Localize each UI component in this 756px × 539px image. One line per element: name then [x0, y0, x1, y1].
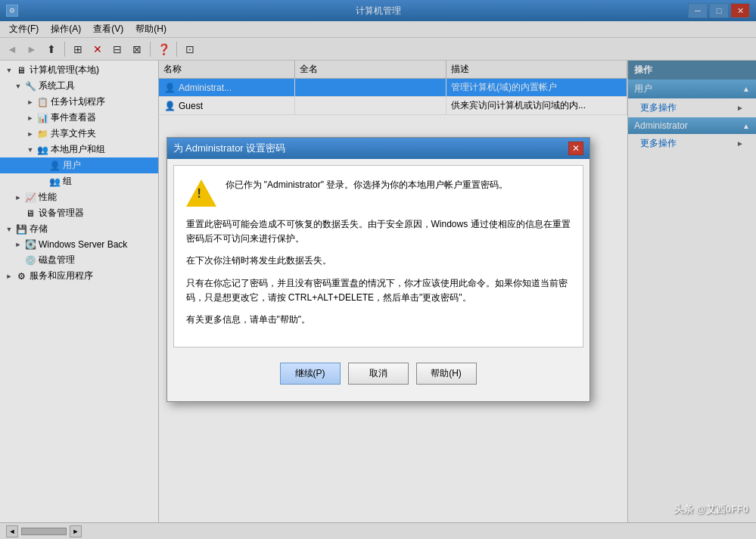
dialog-top: 你已作为 "Administrator" 登录。你选择为你的本地用户帐户重置密码…: [186, 178, 571, 208]
warning-icon: [186, 178, 216, 208]
warning-triangle: [186, 179, 216, 207]
dialog-body: 你已作为 "Administrator" 登录。你选择为你的本地用户帐户重置密码…: [173, 165, 583, 347]
dialog-text-line2: 重置此密码可能会造成不可恢复的数据丢失。由于安全原因，Windows 通过使相应…: [186, 217, 571, 246]
dialog-main-text: 重置此密码可能会造成不可恢复的数据丢失。由于安全原因，Windows 通过使相应…: [186, 217, 571, 327]
set-password-dialog: 为 Administrator 设置密码 ✕ 你已作为 "Administrat…: [166, 137, 590, 402]
continue-button[interactable]: 继续(P): [280, 363, 341, 385]
cancel-button[interactable]: 取消: [348, 363, 409, 385]
dialog-text-line1: 你已作为 "Administrator" 登录。你选择为你的本地用户帐户重置密码…: [226, 178, 509, 192]
help-button[interactable]: 帮助(H): [416, 363, 477, 385]
dialog-line1: 你已作为 "Administrator" 登录。你选择为你的本地用户帐户重置密码…: [226, 178, 509, 208]
dialog-buttons: 继续(P) 取消 帮助(H): [167, 354, 590, 397]
dialog-close-button[interactable]: ✕: [568, 142, 583, 155]
dialog-text-line4: 只有在你忘记了密码，并且没有密码重置盘的情况下，你才应该使用此命令。如果你知道当…: [186, 276, 571, 305]
dialog-text-line5: 有关更多信息，请单击"帮助"。: [186, 313, 571, 327]
dialog-text-line3: 在下次你注销时将发生此数据丢失。: [186, 254, 571, 268]
dialog-title: 为 Administrator 设置密码: [173, 142, 286, 155]
dialog-overlay: 为 Administrator 设置密码 ✕ 你已作为 "Administrat…: [0, 0, 756, 539]
dialog-title-bar: 为 Administrator 设置密码 ✕: [167, 138, 590, 159]
